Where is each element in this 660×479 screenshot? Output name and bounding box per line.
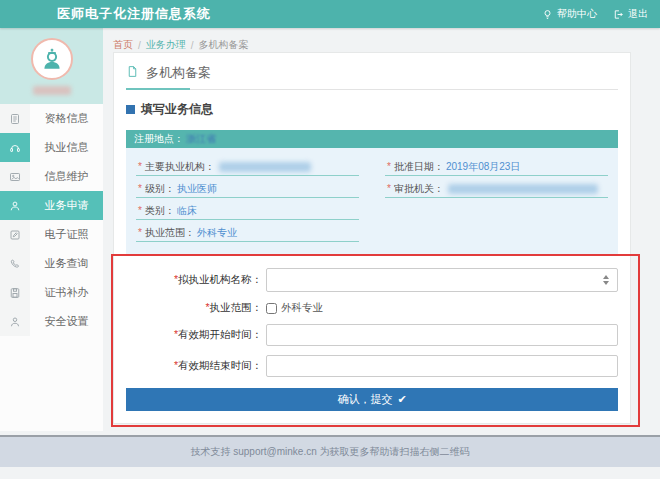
- scope-checkbox-row: 外科专业: [266, 301, 323, 315]
- person-outline-icon: [0, 307, 30, 336]
- start-date-input[interactable]: [266, 324, 618, 346]
- location-label: 注册地点：: [134, 133, 184, 144]
- redacted-value: [219, 162, 311, 172]
- required-mark: *: [138, 161, 142, 172]
- sidebar-item-security-settings[interactable]: 安全设置: [0, 307, 103, 336]
- user-name-redacted: [33, 86, 71, 95]
- required-mark: *: [138, 227, 142, 238]
- application-form: *拟执业机构名称： *执业范围： 外科专业 *有效期开始时间： *有效期结束时间…: [126, 266, 618, 411]
- field-label: 执业范围：: [145, 227, 195, 238]
- footer-bar: 技术支持 support@minke.cn 为获取更多帮助请扫描右侧二维码: [0, 435, 660, 467]
- info-right-column: *批准日期：2019年08月23日 *审批机关：: [385, 154, 608, 242]
- field-label: 批准日期：: [394, 161, 444, 172]
- sidebar-item-label: 业务申请: [30, 191, 103, 220]
- location-value: 浙江省: [186, 133, 216, 144]
- stethoscope-icon: [0, 133, 30, 162]
- header-actions: 帮助中心 退出: [542, 0, 648, 28]
- field-approval-date: *批准日期：2019年08月23日: [385, 154, 608, 176]
- required-mark: *: [138, 183, 142, 194]
- submit-button[interactable]: 确认，提交 ✔: [126, 388, 618, 411]
- help-center-link[interactable]: 帮助中心: [542, 7, 597, 21]
- sidebar-item-business-application[interactable]: 业务申请: [0, 191, 103, 220]
- breadcrumb-business-handling[interactable]: 业务办理: [146, 38, 186, 52]
- file-icon: [126, 64, 139, 82]
- profile-section: [0, 28, 103, 104]
- field-value: 2019年08月23日: [446, 161, 521, 172]
- logout-link[interactable]: 退出: [613, 7, 648, 21]
- field-value: 外科专业: [197, 227, 237, 238]
- field-practice-scope: *执业范围：外科专业: [136, 220, 359, 242]
- logout-icon: [613, 9, 624, 20]
- sidebar-item-electronic-certificate[interactable]: 电子证照: [0, 220, 103, 249]
- end-date-label: *有效期结束时间：: [126, 359, 266, 373]
- breadcrumb-separator: /: [191, 40, 194, 51]
- sidebar-item-label: 资格信息: [30, 104, 103, 133]
- field-label: 类别：: [145, 205, 175, 216]
- required-mark: *: [138, 205, 142, 216]
- phone-icon: [0, 249, 30, 278]
- avatar: [31, 38, 73, 80]
- section-title: 填写业务信息: [141, 101, 213, 118]
- institution-select[interactable]: [266, 268, 618, 292]
- breadcrumb: 首页 / 业务办理 / 多机构备案: [113, 28, 631, 52]
- sidebar-item-qualification-info[interactable]: 资格信息: [0, 104, 103, 133]
- sidebar-menu: 资格信息 执业信息 信息维护 业务申请 电子证照: [0, 104, 103, 336]
- footer-support-text: 技术支持 support@minke.cn 为获取更多帮助请扫描右侧二维码: [190, 445, 469, 459]
- field-label: 审批机关：: [394, 183, 444, 194]
- check-icon: ✔: [397, 393, 406, 406]
- sidebar-item-label: 电子证照: [30, 220, 103, 249]
- sidebar-item-label: 业务查询: [30, 249, 103, 278]
- form-row-end-date: *有效期结束时间：: [126, 355, 618, 377]
- sidebar-item-label: 信息维护: [30, 162, 103, 191]
- field-label: 级别：: [145, 183, 175, 194]
- page-card: 多机构备案 填写业务信息 注册地点：浙江省 *主要执业机构： *级别：执业医师 …: [113, 52, 631, 424]
- registration-info-panel: *主要执业机构： *级别：执业医师 *类别：临床 *执业范围：外科专业 *批准日…: [126, 148, 618, 254]
- field-main-institution: *主要执业机构：: [136, 154, 359, 176]
- info-left-column: *主要执业机构： *级别：执业医师 *类别：临床 *执业范围：外科专业: [136, 154, 359, 242]
- card-title-row: 多机构备案: [126, 64, 618, 90]
- scope-field-label: *执业范围：: [126, 301, 266, 315]
- redacted-value: [448, 184, 598, 194]
- field-value: 临床: [177, 205, 197, 216]
- field-value: 执业医师: [177, 183, 217, 194]
- section-title-row: 填写业务信息: [126, 101, 618, 118]
- start-date-label: *有效期开始时间：: [126, 328, 266, 342]
- sidebar-item-label: 证书补办: [30, 278, 103, 307]
- document-icon: [0, 104, 30, 133]
- end-date-input[interactable]: [266, 355, 618, 377]
- app-title: 医师电子化注册信息系统: [57, 5, 211, 23]
- form-row-institution: *拟执业机构名称：: [126, 268, 618, 292]
- blue-square-bullet: [126, 105, 135, 114]
- sidebar-item-label: 执业信息: [30, 133, 103, 162]
- field-level: *级别：执业医师: [136, 176, 359, 198]
- scope-checkbox[interactable]: [266, 303, 277, 314]
- registration-location-bar: 注册地点：浙江省: [126, 130, 618, 148]
- sidebar-item-practice-info[interactable]: 执业信息: [0, 133, 103, 162]
- lightbulb-icon: [542, 9, 553, 20]
- scope-checkbox-label: 外科专业: [281, 301, 323, 315]
- field-approval-authority: *审批机关：: [385, 176, 608, 198]
- field-category: *类别：临床: [136, 198, 359, 220]
- breadcrumb-home[interactable]: 首页: [113, 38, 133, 52]
- sidebar: 资格信息 执业信息 信息维护 业务申请 电子证照: [0, 28, 103, 431]
- help-center-label: 帮助中心: [557, 7, 597, 21]
- edit-icon: [0, 220, 30, 249]
- select-spinner-icon: [603, 275, 609, 285]
- sidebar-item-info-maintenance[interactable]: 信息维护: [0, 162, 103, 191]
- form-row-scope: *执业范围： 外科专业: [126, 301, 618, 315]
- certificate-icon: [0, 278, 30, 307]
- person-icon: [0, 191, 30, 220]
- submit-button-label: 确认，提交: [337, 392, 392, 407]
- page-title: 多机构备案: [146, 64, 211, 82]
- form-row-start-date: *有效期开始时间：: [126, 324, 618, 346]
- logout-label: 退出: [628, 7, 648, 21]
- breadcrumb-current: 多机构备案: [199, 38, 249, 52]
- sidebar-item-label: 安全设置: [30, 307, 103, 336]
- field-label: 主要执业机构：: [145, 161, 215, 172]
- breadcrumb-separator: /: [138, 40, 141, 51]
- sidebar-item-business-query[interactable]: 业务查询: [0, 249, 103, 278]
- image-icon: [0, 162, 30, 191]
- institution-field-label: *拟执业机构名称：: [126, 273, 266, 287]
- top-header-bar: 医师电子化注册信息系统 帮助中心 退出: [0, 0, 660, 28]
- sidebar-item-certificate-reissue[interactable]: 证书补办: [0, 278, 103, 307]
